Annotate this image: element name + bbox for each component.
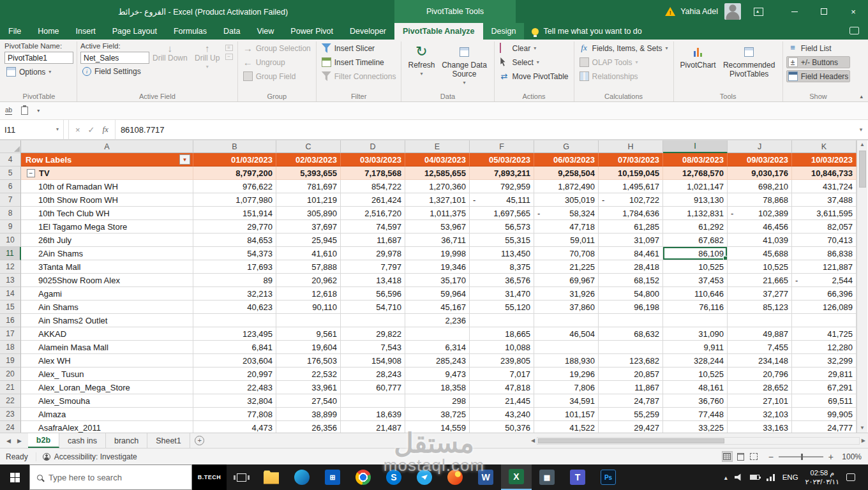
cell[interactable]: 854,722 (341, 180, 405, 193)
task-view-button[interactable] (227, 464, 256, 490)
cell[interactable]: 76,116 (663, 301, 728, 314)
cell[interactable]: 36,711 (405, 234, 470, 247)
select-button[interactable]: Select ▾ (498, 56, 571, 68)
row-header-17[interactable]: 17 (0, 327, 21, 341)
taskbar-app-chrome[interactable] (348, 464, 378, 490)
expand-formula-bar-icon[interactable]: ▾ (854, 120, 868, 139)
cell[interactable]: 31,097 (599, 234, 663, 247)
cell[interactable]: 1,077,980 (193, 193, 276, 207)
total-cell[interactable]: 9,030,176 (728, 167, 792, 180)
select-all-corner[interactable] (0, 140, 21, 153)
cell[interactable]: 19,604 (276, 341, 341, 354)
cell[interactable]: 41,039 (728, 234, 792, 247)
cell[interactable]: 70,708 (534, 247, 599, 260)
cell[interactable] (534, 314, 599, 327)
total-cell[interactable]: 5,393,655 (276, 167, 341, 180)
column-header-g[interactable]: G (534, 140, 599, 153)
cell[interactable]: 69,967 (534, 274, 599, 287)
cell[interactable]: 21,225 (534, 260, 599, 274)
cell[interactable]: 33,225 (663, 421, 728, 433)
taskbar-app-edge[interactable] (287, 464, 317, 490)
column-header-k[interactable]: K (792, 140, 857, 153)
cell[interactable]: 328,244 (663, 354, 728, 368)
cell[interactable]: 20,857 (599, 368, 663, 381)
row-label-cell[interactable]: 26th July (21, 234, 193, 247)
cell[interactable]: 26,356 (276, 421, 341, 433)
column-header-i[interactable]: I (663, 140, 728, 153)
cell[interactable]: 261,424 (341, 193, 405, 207)
column-header-j[interactable]: J (728, 140, 792, 153)
column-header-h[interactable]: H (599, 140, 663, 153)
cell[interactable] (341, 314, 405, 327)
cell[interactable] (193, 314, 276, 327)
taskbar-app-file-explorer[interactable] (256, 464, 287, 490)
cell[interactable]: 781,697 (276, 180, 341, 193)
accessibility-checker[interactable]: Accessibility: Investigate (36, 452, 144, 461)
date-column-header[interactable]: 10/03/2023 (792, 153, 857, 167)
row-labels-filter-button[interactable]: ▼ (179, 154, 190, 165)
cell[interactable]: 28,652 (728, 381, 792, 394)
tab-pivottable-analyze[interactable]: PivotTable Analyze (394, 23, 483, 40)
cell[interactable]: 35,170 (405, 274, 470, 287)
cell[interactable]: 21,487 (341, 421, 405, 433)
row-header-6[interactable]: 6 (0, 180, 21, 193)
cell[interactable]: 792,959 (470, 180, 534, 193)
selected-cell[interactable]: 86,109 (663, 247, 728, 260)
row-header-5[interactable]: 5 (0, 167, 21, 180)
cell[interactable]: 33,961 (276, 381, 341, 394)
cell[interactable]: 6,841 (193, 341, 276, 354)
plus-minus-buttons-toggle[interactable]: ± +/- Buttons (786, 56, 851, 68)
cell[interactable]: 27,540 (276, 394, 341, 408)
collapse-group-button[interactable]: − (27, 169, 35, 177)
tab-page-layout[interactable]: Page Layout (104, 23, 165, 40)
tab-power-pivot[interactable]: Power Pivot (282, 23, 341, 40)
cell[interactable]: 66,396 (792, 287, 857, 301)
cell[interactable]: 121,887 (792, 260, 857, 274)
active-field-input[interactable] (80, 52, 149, 64)
cell[interactable]: 68,632 (599, 327, 663, 341)
cell[interactable]: 976,622 (193, 180, 276, 193)
cell[interactable]: 6,314 (405, 341, 470, 354)
horizontal-scrollbar[interactable]: ◀ ▶ (528, 433, 868, 448)
cell[interactable]: 12,618 (276, 287, 341, 301)
page-layout-view-button[interactable] (735, 451, 746, 462)
row-label-cell[interactable]: Ain Shams2 Outlet (21, 314, 193, 327)
taskbar-app-calculator[interactable]: ▦ (532, 464, 562, 490)
row-header-4[interactable]: 4 (0, 153, 21, 167)
cell[interactable]: 31,470 (470, 287, 534, 301)
cell[interactable]: 70,413 (792, 234, 857, 247)
scroll-right-icon[interactable]: ▶ (862, 438, 865, 443)
cell[interactable]: 101,157 (534, 408, 599, 421)
cell[interactable]: 29,811 (792, 368, 857, 381)
zoom-slider[interactable] (779, 456, 823, 457)
row-label-cell[interactable]: Alex WH (21, 354, 193, 368)
name-box[interactable]: I11 ▾ (0, 120, 64, 139)
cell[interactable]: 29,978 (341, 247, 405, 260)
clipboard-icon[interactable] (21, 107, 28, 115)
cell[interactable]: 19,346 (405, 260, 470, 274)
column-header-a[interactable]: A (21, 140, 193, 153)
language-indicator[interactable]: ENG (782, 473, 798, 481)
cell[interactable]: 7,797 (341, 260, 405, 274)
taskbar-app-photoshop[interactable]: Ps (593, 464, 624, 490)
start-button[interactable] (0, 464, 29, 490)
cell[interactable]: 67,291 (792, 381, 857, 394)
tab-design[interactable]: Design (483, 23, 525, 40)
cell[interactable]: 46,456 (728, 220, 792, 234)
cell[interactable]: 84,461 (599, 247, 663, 260)
cell[interactable]: 41,522 (534, 421, 599, 433)
cell[interactable]: 1,021,147 (663, 180, 728, 193)
cell[interactable]: 18,639 (341, 408, 405, 421)
cell[interactable]: 37,488 (792, 193, 857, 207)
cell[interactable]: 21,445 (470, 394, 534, 408)
cell[interactable]: 2,236 (405, 314, 470, 327)
total-cell[interactable]: 7,893,211 (470, 167, 534, 180)
cell[interactable]: 54,710 (341, 301, 405, 314)
cell[interactable]: 13,418 (341, 274, 405, 287)
options-button[interactable]: Options ▾ (4, 66, 73, 78)
cell[interactable]: 20,796 (728, 368, 792, 381)
cell[interactable] (341, 394, 405, 408)
row-label-cell[interactable]: Alex_Smouha (21, 394, 193, 408)
user-name[interactable]: Yahia Adel (680, 7, 718, 16)
total-cell[interactable]: 10,846,733 (792, 167, 857, 180)
